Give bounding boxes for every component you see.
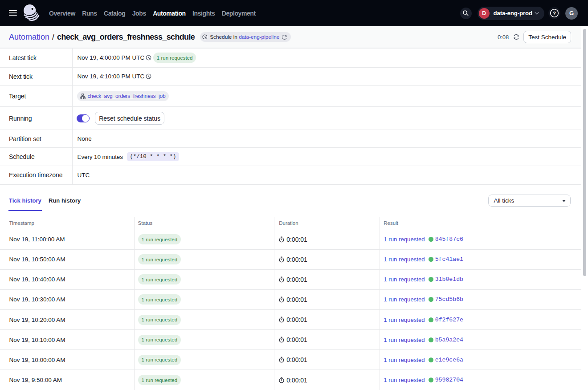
svg-text:?: ? bbox=[553, 11, 556, 16]
